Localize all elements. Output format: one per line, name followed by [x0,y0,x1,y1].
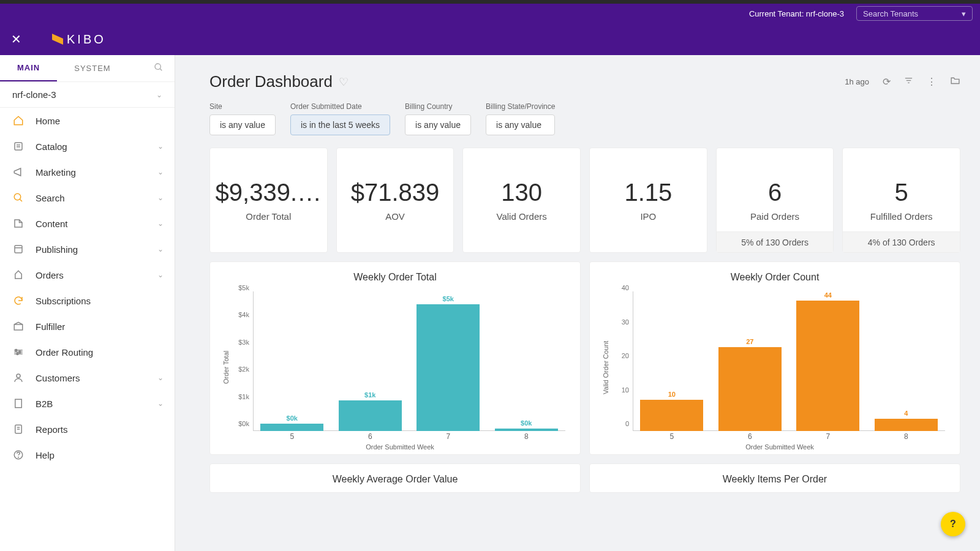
publishing-icon [12,244,24,255]
y-tick: 40 [611,284,633,291]
y-tick: $4k [231,311,253,318]
sidebar-item-label: B2B [36,399,53,409]
sidebar-item-help[interactable]: Help [0,442,175,468]
bar [640,400,703,431]
filter-label: Order Submitted Date [290,102,390,111]
main-content: Order Dashboard ♡ 1h ago ⟳ ⋮ Siteis any … [175,55,980,551]
marketing-icon [12,167,24,178]
y-tick: 0 [611,420,633,427]
filter-label: Billing Country [405,102,471,111]
sidebar-item-search[interactable]: Search⌄ [0,185,175,211]
subscriptions-icon [12,295,24,306]
chevron-down-icon: ⌄ [157,373,164,382]
sidebar-item-order-routing[interactable]: Order Routing [0,339,175,365]
svg-point-16 [17,374,20,378]
svg-point-15 [17,353,18,355]
brand-bar: ✕ KIBO [0,23,980,55]
sidebar-item-orders[interactable]: Orders⌄ [0,262,175,288]
kpi-value: 130 [501,179,542,206]
sidebar-item-marketing[interactable]: Marketing⌄ [0,159,175,185]
filter-value-pill[interactable]: is any value [486,114,555,135]
page-header: Order Dashboard ♡ 1h ago ⟳ ⋮ [209,72,960,91]
chart-title: Weekly Order Count [601,272,949,283]
kpi-aov[interactable]: $71.839AOV [336,148,454,253]
close-icon[interactable]: ✕ [11,32,21,47]
chart-title: Weekly Order Total [221,272,569,283]
kpi-ipo[interactable]: 1.15IPO [589,148,707,253]
tenant-name: nrf-clone-3 [12,89,56,100]
more-icon[interactable]: ⋮ [927,76,937,88]
filter-value-pill[interactable]: is in the last 5 weeks [290,114,390,135]
charts-row: Weekly Order TotalOrder Total$0k$1k$2k$3… [209,261,960,455]
refresh-icon[interactable]: ⟳ [883,76,891,88]
kpi-footer: 5% of 130 Orders [717,231,834,252]
sidebar-item-label: Publishing [36,244,78,255]
bar [718,347,782,431]
filter-label: Site [209,102,276,111]
catalog-icon [12,141,24,152]
bar [495,429,558,431]
sidebar-nav: HomeCatalog⌄Marketing⌄Search⌄Content⌄Pub… [0,108,175,468]
sidebar-item-customers[interactable]: Customers⌄ [0,365,175,391]
sidebar-item-label: Catalog [36,141,67,152]
sidebar-item-label: Customers [36,373,80,383]
sidebar-item-content[interactable]: Content⌄ [0,211,175,236]
x-tick: 8 [524,432,529,441]
bar-value-label: $0k [287,414,298,422]
x-axis-label: Order Submitted Week [611,443,949,451]
bar [796,301,859,431]
sidebar-search-button[interactable] [143,62,175,75]
bar-value-label: 44 [824,291,832,299]
kpi-value: 5 [895,179,908,206]
tab-main[interactable]: MAIN [0,55,57,81]
svg-rect-9 [14,324,23,330]
folder-icon[interactable] [950,75,960,88]
bar-wrap: $0k [492,291,560,431]
chevron-down-icon: ⌄ [157,219,164,228]
x-tick: 6 [748,432,752,441]
sidebar-item-b2b[interactable]: B2B⌄ [0,391,175,416]
bar-value-label: $0k [521,419,532,427]
sidebar-item-subscriptions[interactable]: Subscriptions [0,288,175,313]
bar-value-label: 10 [668,391,676,398]
y-tick: $3k [231,339,253,346]
tenant-search-dropdown[interactable]: Search Tenants ▾ [856,6,973,21]
chevron-down-icon: ⌄ [157,271,164,279]
filter-icon[interactable] [904,76,913,88]
x-ticks: 5678 [253,432,565,441]
bar-value-label: $5k [443,295,454,302]
filter-order-submitted-date: Order Submitted Dateis in the last 5 wee… [290,102,390,135]
sidebar-item-label: Order Routing [36,347,93,358]
heart-icon[interactable]: ♡ [339,75,349,89]
filter-value-pill[interactable]: is any value [209,114,276,135]
tenant-row[interactable]: nrf-clone-3 ⌄ [0,82,175,108]
filter-label: Billing State/Province [486,102,555,111]
chevron-down-icon: ⌄ [157,168,164,176]
chart-card: Weekly Average Order Value [209,463,581,493]
kpi-valid-orders[interactable]: 130Valid Orders [462,148,581,253]
kpi-value: $9,339.… [216,179,322,206]
chart-card: Weekly Order CountValid Order Count01020… [589,261,960,455]
kpi-order-total[interactable]: $9,339.…Order Total [209,148,328,253]
kpi-paid-orders[interactable]: 6Paid Orders5% of 130 Orders [716,148,834,253]
tenant-search-placeholder: Search Tenants [863,9,918,18]
filter-value-pill[interactable]: is any value [405,114,471,135]
bar [417,304,480,431]
sidebar-item-fulfiller[interactable]: Fulfiller [0,313,175,339]
sidebar-item-publishing[interactable]: Publishing⌄ [0,236,175,262]
chart-bars: 1027444 [633,291,945,431]
help-fab[interactable]: ? [941,512,965,536]
y-axis-label: Order Total [221,288,231,447]
sidebar-item-catalog[interactable]: Catalog⌄ [0,133,175,159]
page-title: Order Dashboard ♡ [209,72,349,91]
kpi-label: Valid Orders [497,211,547,222]
chart-plot: 01020304010274445678Order Submitted Week [611,288,949,447]
x-tick: 6 [368,432,372,441]
kpi-fulfilled-orders[interactable]: 5Fulfilled Orders4% of 130 Orders [842,148,960,253]
sidebar-item-reports[interactable]: Reports [0,416,175,442]
kpi-label: IPO [640,211,656,222]
tab-system[interactable]: SYSTEM [57,55,127,81]
sidebar-item-home[interactable]: Home [0,108,175,133]
kpi-value: 6 [768,179,782,206]
sidebar-item-label: Reports [36,424,68,435]
